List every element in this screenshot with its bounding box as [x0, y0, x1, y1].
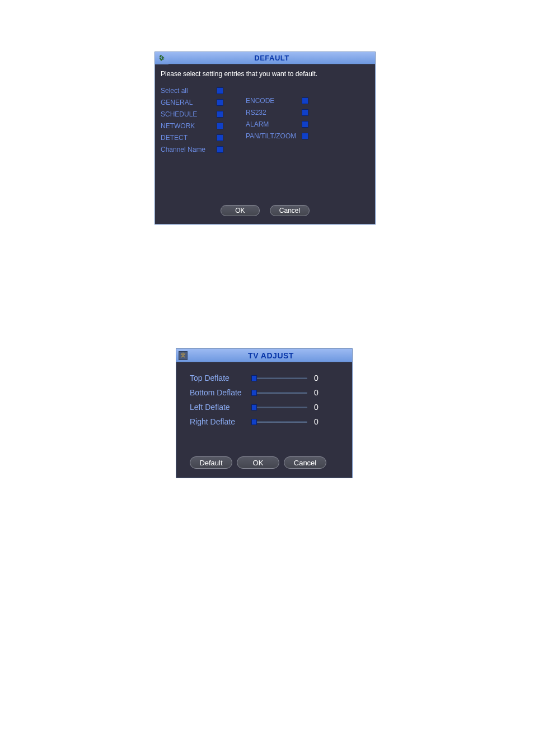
- checkbox-detect[interactable]: [217, 134, 223, 141]
- slider-thumb[interactable]: [251, 375, 257, 381]
- option-general: GENERAL: [161, 97, 223, 108]
- slider-value: 0: [314, 403, 325, 412]
- slider-label: Left Deflate: [190, 403, 251, 412]
- option-alarm: ALARM: [246, 119, 308, 129]
- slider-right-deflate: Right Deflate 0: [190, 415, 342, 428]
- recycle-icon: [155, 52, 168, 64]
- option-label: RS232: [246, 109, 302, 116]
- slider-thumb[interactable]: [251, 404, 257, 410]
- option-label: ALARM: [246, 120, 302, 128]
- option-ptz: PAN/TILT/ZOOM: [246, 131, 308, 141]
- option-select-all: Select all: [161, 86, 223, 96]
- slider-bottom[interactable]: [251, 390, 307, 395]
- option-label: GENERAL: [161, 99, 217, 106]
- option-label: Select all: [161, 87, 217, 95]
- slider-right[interactable]: [251, 419, 307, 424]
- tools-icon: [176, 349, 190, 362]
- slider-track: [251, 421, 307, 423]
- checkbox-ptz[interactable]: [302, 133, 308, 139]
- option-label: DETECT: [161, 134, 217, 142]
- cancel-button[interactable]: Cancel: [270, 205, 310, 216]
- option-encode: ENCODE: [246, 96, 308, 106]
- ok-button[interactable]: OK: [221, 205, 260, 216]
- checkbox-encode[interactable]: [302, 97, 308, 104]
- slider-label: Bottom Deflate: [190, 388, 251, 397]
- slider-track: [251, 377, 307, 379]
- slider-thumb[interactable]: [251, 419, 257, 425]
- svg-point-0: [182, 352, 184, 353]
- default-button[interactable]: Default: [190, 456, 232, 469]
- default-body: Please select setting entries that you w…: [155, 64, 375, 224]
- ok-button[interactable]: OK: [237, 456, 279, 469]
- option-label: NETWORK: [161, 122, 217, 130]
- option-schedule: SCHEDULE: [161, 109, 223, 119]
- checkbox-select-all[interactable]: [217, 87, 223, 94]
- tv-body: Top Deflate 0 Bottom Deflate 0 Left Defl…: [176, 362, 352, 478]
- default-titlebar: DEFAULT: [155, 52, 375, 64]
- options-col-1: Select all GENERAL SCHEDULE NETWORK DETE…: [161, 86, 223, 155]
- option-detect: DETECT: [161, 133, 223, 143]
- checkbox-schedule[interactable]: [217, 111, 223, 118]
- slider-value: 0: [314, 388, 325, 397]
- checkbox-alarm[interactable]: [302, 121, 308, 128]
- checkbox-rs232[interactable]: [302, 109, 308, 116]
- slider-left[interactable]: [251, 404, 307, 410]
- options-grid: Select all GENERAL SCHEDULE NETWORK DETE…: [161, 86, 369, 155]
- slider-label: Right Deflate: [190, 417, 251, 426]
- tv-adjust-dialog: TV ADJUST Top Deflate 0 Bottom Deflate 0…: [176, 348, 353, 478]
- default-dialog: DEFAULT Please select setting entries th…: [154, 52, 376, 225]
- tv-button-row: Default OK Cancel: [190, 456, 342, 469]
- slider-left-deflate: Left Deflate 0: [190, 400, 342, 414]
- default-button-row: OK Cancel: [161, 205, 369, 216]
- option-label: PAN/TILT/ZOOM: [246, 132, 302, 140]
- slider-top-deflate: Top Deflate 0: [190, 371, 342, 385]
- default-instruction: Please select setting entries that you w…: [161, 70, 369, 78]
- slider-track: [251, 407, 307, 408]
- slider-label: Top Deflate: [190, 374, 251, 382]
- slider-value: 0: [314, 417, 325, 426]
- checkbox-network[interactable]: [217, 123, 223, 129]
- option-network: NETWORK: [161, 121, 223, 131]
- default-title: DEFAULT: [168, 54, 375, 62]
- checkbox-general[interactable]: [217, 99, 223, 106]
- slider-track: [251, 392, 307, 394]
- slider-bottom-deflate: Bottom Deflate 0: [190, 386, 342, 399]
- cancel-button[interactable]: Cancel: [284, 456, 326, 469]
- tv-titlebar: TV ADJUST: [176, 349, 352, 362]
- tv-title: TV ADJUST: [190, 351, 352, 360]
- options-col-2: ENCODE RS232 ALARM PAN/TILT/ZOOM: [246, 86, 308, 155]
- option-label: Channel Name: [161, 146, 217, 153]
- option-channel-name: Channel Name: [161, 144, 223, 155]
- option-label: SCHEDULE: [161, 110, 217, 118]
- slider-value: 0: [314, 374, 325, 382]
- slider-top[interactable]: [251, 375, 307, 381]
- checkbox-channel-name[interactable]: [217, 146, 223, 153]
- slider-thumb[interactable]: [251, 390, 257, 396]
- option-rs232: RS232: [246, 108, 308, 118]
- option-label: ENCODE: [246, 97, 302, 105]
